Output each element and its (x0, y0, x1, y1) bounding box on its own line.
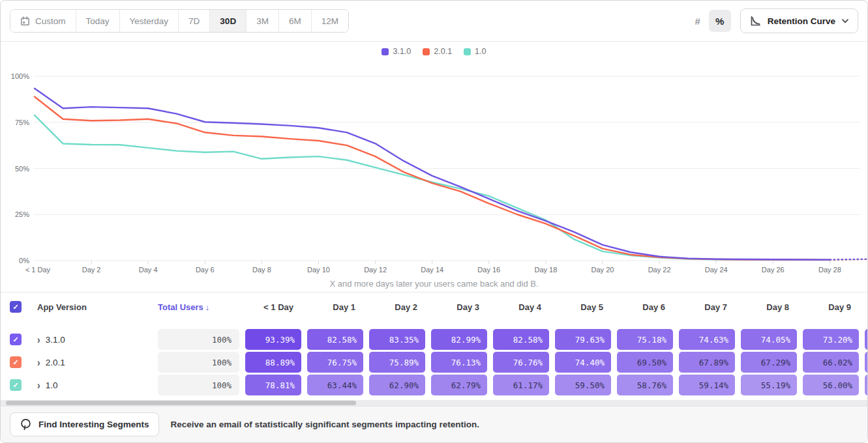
expand-row-icon[interactable]: › (37, 379, 40, 391)
legend-item-1-0[interactable]: 1.0 (464, 47, 486, 56)
retention-cell-1-0-day-4[interactable]: 61.17% (493, 375, 549, 395)
retention-cell-2-0-1-day-6[interactable]: 69.50% (617, 352, 673, 373)
x-axis-tick-label: Day 14 (421, 266, 443, 274)
retention-cell-2-0-1-day-1[interactable]: 76.75% (307, 352, 363, 373)
retention-cell-1-0-day-3[interactable]: 62.79% (431, 375, 487, 395)
column-header-day-9[interactable]: Day 9 (797, 302, 859, 312)
check-icon: ✓ (12, 303, 18, 311)
date-range-12m[interactable]: 12M (312, 10, 348, 32)
date-range-30d[interactable]: 30D (210, 10, 247, 32)
x-axis-tick-label: Day 22 (648, 266, 671, 274)
date-range-today[interactable]: Today (76, 10, 120, 32)
x-axis-tick-label: < 1 Day (25, 266, 51, 274)
retention-cell-2-0-1-day-0[interactable]: 88.89% (245, 352, 301, 373)
retention-cell-clipped[interactable] (865, 375, 868, 395)
retention-cell-3-1-0-day-3[interactable]: 82.99% (431, 329, 487, 350)
retention-cell-2-0-1-day-2[interactable]: 75.89% (369, 352, 425, 373)
retention-cell-1-0-day-8[interactable]: 55.19% (741, 375, 797, 395)
column-header-day-3[interactable]: Day 3 (425, 302, 487, 312)
total-users-cell: 100% (158, 352, 239, 373)
percent-mode-button[interactable]: % (709, 10, 731, 32)
column-header-day-2[interactable]: Day 2 (363, 302, 425, 312)
expand-row-icon[interactable]: › (37, 356, 40, 368)
retention-cell-1-0-day-1[interactable]: 63.44% (307, 375, 363, 395)
series-line-1-0[interactable] (35, 115, 830, 260)
horizontal-scrollbar-thumb[interactable] (6, 401, 356, 405)
retention-cell-2-0-1-day-4[interactable]: 76.76% (493, 352, 549, 373)
retention-cell-3-1-0-day-8[interactable]: 74.05% (741, 329, 797, 350)
legend-label: 1.0 (475, 47, 486, 56)
retention-cell-1-0-day-9[interactable]: 56.00% (803, 375, 859, 395)
retention-cell-3-1-0-day-2[interactable]: 83.35% (369, 329, 425, 350)
column-header-day-1[interactable]: Day 1 (301, 302, 363, 312)
date-range-label: Yesterday (130, 16, 169, 26)
chart-type-dropdown[interactable]: Retention Curve (740, 8, 858, 33)
retention-cell-1-0-day-6[interactable]: 58.76% (617, 375, 673, 395)
retention-cell-clipped[interactable] (865, 352, 868, 373)
column-header-1-day[interactable]: < 1 Day (239, 302, 301, 312)
count-mode-button[interactable]: # (687, 10, 709, 32)
retention-cell-1-0-day-2[interactable]: 62.90% (369, 375, 425, 395)
date-range-label: Custom (35, 16, 66, 26)
table-row-1-0: ✓›1.0100%78.81%63.44%62.90%62.79%61.17%5… (1, 375, 867, 395)
toolbar: CustomTodayYesterday7D30D3M6M12M #% Rete… (1, 1, 867, 42)
footer-message: Receive an email of statistically signif… (171, 420, 479, 429)
select-all-checkbox[interactable]: ✓ (10, 301, 22, 313)
retention-cell-3-1-0-day-0[interactable]: 93.39% (245, 329, 301, 350)
toolbar-right: #% Retention Curve (687, 8, 858, 33)
row-checkbox-1-0[interactable]: ✓ (10, 379, 22, 391)
find-interesting-segments-button[interactable]: Find Interesting Segments (10, 412, 159, 436)
column-header-day-8[interactable]: Day 8 (735, 302, 797, 312)
x-axis-tick-label: Day 28 (818, 266, 841, 274)
legend-item-2-0-1[interactable]: 2.0.1 (423, 47, 452, 56)
date-range-7d[interactable]: 7D (179, 10, 210, 32)
column-header-day-6[interactable]: Day 6 (611, 302, 673, 312)
retention-cell-3-1-0-day-7[interactable]: 74.63% (679, 329, 735, 350)
retention-cell-1-0-day-7[interactable]: 59.14% (679, 375, 735, 395)
column-header-day-4[interactable]: Day 4 (487, 302, 549, 312)
date-range-label: 12M (322, 16, 338, 26)
retention-cell-3-1-0-day-4[interactable]: 82.58% (493, 329, 549, 350)
chart-legend: 3.1.02.0.11.0 (1, 42, 867, 57)
check-icon: ✓ (12, 336, 18, 344)
date-range-group: CustomTodayYesterday7D30D3M6M12M (10, 9, 349, 33)
series-line-3-1-0[interactable] (35, 89, 830, 260)
retention-cell-3-1-0-day-9[interactable]: 73.20% (803, 329, 859, 350)
horizontal-scrollbar-track[interactable] (1, 400, 867, 406)
legend-item-3-1-0[interactable]: 3.1.0 (382, 47, 411, 56)
x-axis-tick-label: Day 6 (196, 266, 215, 274)
date-range-custom[interactable]: Custom (10, 10, 76, 32)
column-header-day-7[interactable]: Day 7 (673, 302, 735, 312)
retention-cell-1-0-day-5[interactable]: 59.50% (555, 375, 611, 395)
series-line-2-0-1[interactable] (35, 96, 830, 259)
date-range-6m[interactable]: 6M (279, 10, 312, 32)
retention-cell-2-0-1-day-9[interactable]: 66.02% (803, 352, 859, 373)
column-header-total-users[interactable]: Total Users ↓ (158, 302, 239, 312)
retention-table: ✓ App Version Total Users ↓ < 1 DayDay 1… (1, 292, 867, 406)
row-checkbox-2-0-1[interactable]: ✓ (10, 356, 22, 368)
retention-cell-3-1-0-day-5[interactable]: 79.63% (555, 329, 611, 350)
expand-row-icon[interactable]: › (37, 334, 40, 345)
retention-cell-3-1-0-day-6[interactable]: 75.18% (617, 329, 673, 350)
retention-cell-2-0-1-day-5[interactable]: 74.40% (555, 352, 611, 373)
retention-cell-1-0-day-0[interactable]: 78.81% (245, 375, 301, 395)
date-range-3m[interactable]: 3M (247, 10, 279, 32)
retention-cell-2-0-1-day-3[interactable]: 76.13% (431, 352, 487, 373)
table-body: ✓›3.1.0100%93.39%82.58%83.35%82.99%82.58… (1, 329, 867, 395)
date-range-yesterday[interactable]: Yesterday (120, 10, 179, 32)
column-header-day-5[interactable]: Day 5 (549, 302, 611, 312)
retention-cell-2-0-1-day-8[interactable]: 67.29% (741, 352, 797, 373)
y-axis-tick-label: 25% (15, 210, 29, 218)
calendar-icon (20, 16, 30, 26)
retention-cell-3-1-0-day-1[interactable]: 82.58% (307, 329, 363, 350)
app-version-label: 3.1.0 (46, 335, 65, 345)
retention-curve-icon (750, 16, 761, 27)
x-axis-tick-label: Day 20 (591, 266, 614, 274)
retention-chart[interactable]: 0%25%50%75%100%< 1 DayDay 2Day 4Day 6Day… (1, 57, 868, 276)
table-header-row: ✓ App Version Total Users ↓ < 1 DayDay 1… (1, 293, 867, 321)
date-range-label: 30D (220, 16, 236, 26)
retention-report-window: CustomTodayYesterday7D30D3M6M12M #% Rete… (0, 0, 868, 443)
retention-cell-2-0-1-day-7[interactable]: 67.89% (679, 352, 735, 373)
row-checkbox-3-1-0[interactable]: ✓ (10, 334, 22, 345)
retention-cell-clipped[interactable] (865, 329, 868, 350)
